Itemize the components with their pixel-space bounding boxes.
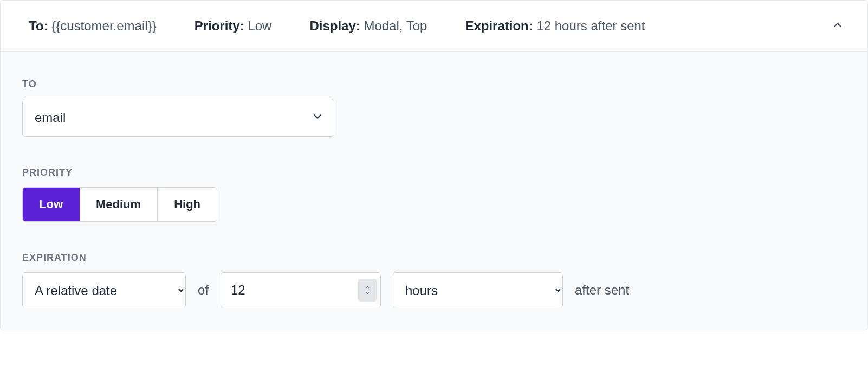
to-select[interactable]: email	[22, 99, 334, 137]
expiration-label: EXPIRATION	[22, 252, 846, 264]
summary-priority-label: Priority:	[195, 18, 244, 33]
priority-field-group: PRIORITY Low Medium High	[22, 167, 846, 222]
to-select-wrap: email	[22, 99, 334, 137]
to-select-value: email	[35, 110, 66, 125]
expiration-row: A relative date of hours after sent	[22, 272, 846, 308]
expiration-of-text: of	[198, 283, 209, 298]
expiration-amount-input[interactable]	[221, 272, 381, 308]
summary-expiration-value: 12 hours after sent	[536, 18, 645, 33]
collapse-toggle[interactable]	[828, 16, 847, 36]
to-label: TO	[22, 79, 846, 90]
summary-header[interactable]: To: {{customer.email}} Priority: Low Dis…	[1, 1, 867, 52]
priority-option-medium[interactable]: Medium	[80, 188, 158, 221]
priority-label: PRIORITY	[22, 167, 846, 178]
priority-option-high[interactable]: High	[158, 188, 217, 221]
summary-display-label: Display:	[309, 18, 360, 33]
expiration-type-select[interactable]: A relative date	[22, 272, 186, 308]
priority-segmented-control: Low Medium High	[22, 187, 217, 222]
message-config-panel: To: {{customer.email}} Priority: Low Dis…	[0, 0, 868, 330]
priority-option-low[interactable]: Low	[23, 188, 80, 221]
summary-to-value: {{customer.email}}	[51, 18, 156, 33]
summary-display-value: Modal, Top	[364, 18, 427, 33]
config-body: TO email PRIORITY Low Medium High EXPIRA…	[1, 52, 867, 330]
expiration-unit-select[interactable]: hours	[393, 272, 563, 308]
chevron-up-icon	[832, 19, 844, 33]
expiration-suffix-text: after sent	[575, 283, 629, 298]
expiration-amount-wrap	[221, 272, 381, 308]
summary-priority: Priority: Low	[195, 18, 272, 34]
summary-expiration-label: Expiration:	[465, 18, 533, 33]
summary-to-label: To:	[29, 18, 48, 33]
summary-expiration: Expiration: 12 hours after sent	[465, 18, 645, 34]
expiration-field-group: EXPIRATION A relative date of hours afte…	[22, 252, 846, 308]
summary-to: To: {{customer.email}}	[29, 18, 157, 34]
to-field-group: TO email	[22, 79, 846, 137]
summary-priority-value: Low	[248, 18, 271, 33]
summary-display: Display: Modal, Top	[309, 18, 427, 34]
